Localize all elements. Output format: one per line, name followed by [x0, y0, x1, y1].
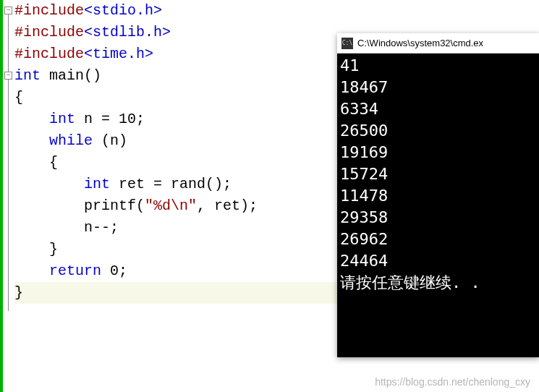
console-line: 11478 — [340, 185, 537, 207]
console-output[interactable]: 4118467633426500191691572411478293582696… — [337, 54, 539, 357]
console-line: 29358 — [340, 207, 537, 229]
editor-gutter: −− — [0, 0, 13, 392]
cmd-icon: C:\ — [341, 38, 353, 49]
console-window: C:\ C:\Windows\system32\cmd.ex 411846763… — [337, 33, 539, 357]
console-line: 6334 — [340, 98, 537, 120]
console-titlebar[interactable]: C:\ C:\Windows\system32\cmd.ex — [337, 33, 539, 54]
console-line: 请按任意键继续. . — [340, 272, 537, 294]
console-line: 26500 — [340, 120, 537, 142]
fold-guide — [8, 80, 9, 311]
console-line: 19169 — [340, 142, 537, 163]
fold-toggle-icon[interactable]: − — [4, 7, 12, 14]
console-title: C:\Windows\system32\cmd.ex — [357, 38, 483, 48]
console-line: 41 — [340, 55, 537, 77]
console-line: 24464 — [340, 250, 537, 272]
console-line: 26962 — [340, 229, 537, 250]
fold-guide — [8, 14, 9, 72]
watermark: https://blog.csdn.net/chenlong_cxy — [375, 376, 530, 388]
code-line[interactable]: #include<stdio.h> — [14, 0, 539, 22]
console-line: 18467 — [340, 77, 537, 98]
console-line: 15724 — [340, 163, 537, 185]
fold-toggle-icon[interactable]: − — [4, 72, 12, 80]
